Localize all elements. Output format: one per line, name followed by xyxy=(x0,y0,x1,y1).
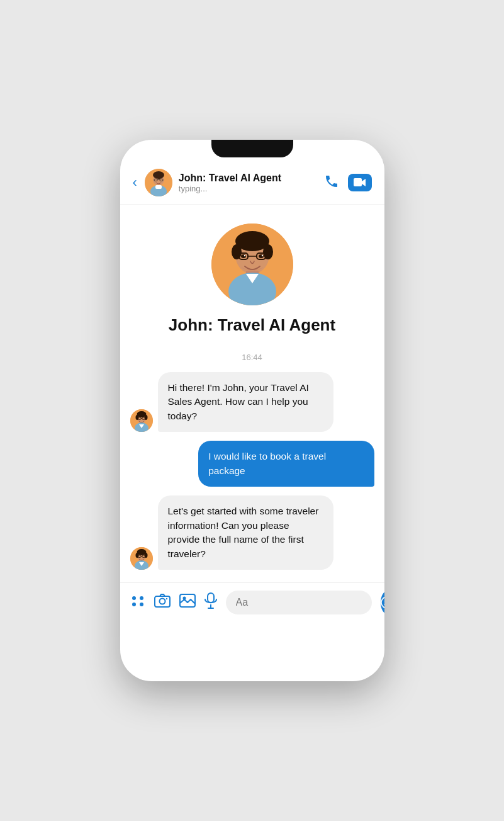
camera-button[interactable] xyxy=(154,594,171,611)
message-input[interactable] xyxy=(226,591,372,614)
message-row: I would like to book a travel package xyxy=(130,441,374,487)
svg-point-50 xyxy=(132,603,136,606)
svg-rect-8 xyxy=(354,178,362,186)
agent-avatar-msg1 xyxy=(130,409,153,432)
back-button[interactable]: ‹ xyxy=(133,174,137,191)
video-call-button[interactable] xyxy=(348,174,372,191)
svg-point-13 xyxy=(263,244,273,259)
svg-point-2 xyxy=(153,171,164,179)
phone-notch xyxy=(211,140,293,157)
svg-point-22 xyxy=(241,254,246,258)
agent-avatar-msg3 xyxy=(130,547,153,570)
svg-point-48 xyxy=(132,596,136,600)
image-button[interactable] xyxy=(179,594,196,611)
header-name: John: Travel AI Agent xyxy=(179,173,324,184)
svg-point-53 xyxy=(159,599,165,604)
svg-rect-57 xyxy=(208,593,214,603)
message-bubble-1: Hi there! I'm John, your Travel AI Sales… xyxy=(158,372,333,432)
svg-point-23 xyxy=(259,254,264,258)
profile-section: John: Travel AI Agent xyxy=(130,205,374,345)
svg-point-25 xyxy=(261,255,262,256)
call-button[interactable] xyxy=(324,174,339,192)
message-row: Hi there! I'm John, your Travel AI Sales… xyxy=(130,372,374,432)
header-icons xyxy=(324,174,372,192)
phone-content: ‹ xyxy=(120,140,384,627)
profile-avatar xyxy=(211,224,293,305)
timestamp: 16:44 xyxy=(130,353,374,362)
svg-point-54 xyxy=(165,598,167,599)
svg-point-51 xyxy=(140,603,143,606)
more-options-button[interactable] xyxy=(130,594,145,611)
chat-header: ‹ xyxy=(120,159,384,205)
svg-point-49 xyxy=(140,596,143,600)
chat-toolbar xyxy=(120,582,384,627)
emoji-button[interactable] xyxy=(381,591,384,614)
message-row: Let's get started with some traveler inf… xyxy=(130,495,374,570)
svg-point-60 xyxy=(381,597,384,608)
svg-point-12 xyxy=(232,244,242,259)
svg-point-24 xyxy=(244,255,245,256)
header-avatar xyxy=(145,169,172,196)
chat-body: John: Travel AI Agent 16:44 xyxy=(120,205,384,582)
header-status: typing... xyxy=(179,184,324,193)
message-bubble-2: I would like to book a travel package xyxy=(198,441,374,487)
message-bubble-3: Let's get started with some traveler inf… xyxy=(158,495,333,570)
messages-list: Hi there! I'm John, your Travel AI Sales… xyxy=(130,372,374,582)
microphone-button[interactable] xyxy=(204,592,217,613)
svg-rect-4 xyxy=(155,185,162,189)
phone-frame: ‹ xyxy=(120,140,384,681)
profile-name: John: Travel AI Agent xyxy=(169,315,335,335)
header-info: John: Travel AI Agent typing... xyxy=(179,173,324,193)
